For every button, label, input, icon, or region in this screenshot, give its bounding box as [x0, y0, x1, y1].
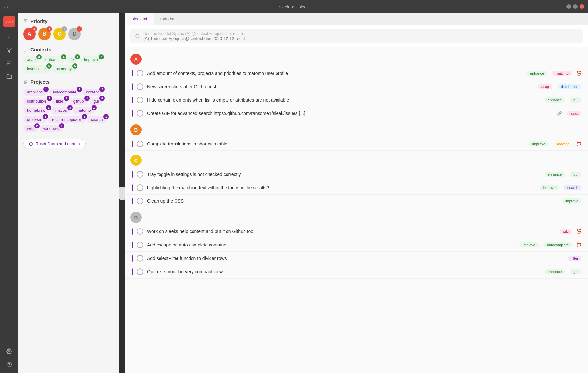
contexts-section-title: Contexts [23, 47, 114, 52]
project-tag-distribution[interactable]: distribution2 [23, 98, 50, 105]
todo-checkbox[interactable] [137, 198, 143, 204]
project-tag-quickwin[interactable]: quickwin3 [23, 116, 46, 123]
left-accent [132, 97, 133, 103]
todo-checkbox[interactable] [137, 242, 143, 248]
todo-text: Add selectFilter function to divider row… [147, 256, 563, 261]
table-row[interactable]: Tray toggle in settings is not checked c… [125, 168, 588, 181]
context-tag-investigate[interactable]: investigate5 [23, 65, 50, 73]
priority-badge-a[interactable]: A4 [23, 28, 36, 40]
project-tag-content[interactable]: content2 [82, 89, 103, 96]
priority-group-d: D Work on sleeks help content and put it… [125, 212, 588, 279]
todo-text: Hide certain elements when list is empty… [147, 97, 539, 103]
project-tag-matomo[interactable]: matomo1 [73, 107, 94, 114]
search-input[interactable] [143, 36, 578, 41]
help-button[interactable] [3, 359, 15, 370]
reset-filters-button[interactable]: Reset filters and search [23, 139, 86, 148]
todo-checkbox[interactable] [137, 184, 143, 191]
tab-todo-txt[interactable]: todo.txt [154, 13, 181, 25]
tag-enhance[interactable]: enhance [527, 71, 547, 76]
left-accent [132, 70, 133, 76]
todo-checkbox[interactable] [137, 110, 143, 117]
tag-enhance[interactable]: enhance [545, 269, 565, 274]
project-tag-archiving[interactable]: archiving1 [23, 89, 47, 96]
project-tag-wiki[interactable]: wiki2 [23, 125, 38, 132]
arrow-left-icon[interactable]: ‹ [4, 4, 5, 9]
table-row[interactable]: Clean up the CSS improve [125, 195, 588, 208]
project-tag-macos[interactable]: macos3 [51, 107, 71, 114]
left-accent [132, 228, 133, 235]
tag-enhance[interactable]: enhance [545, 172, 565, 177]
project-tag-filter[interactable]: filter1 [52, 98, 67, 105]
table-row[interactable]: Work on sleeks help content and put it o… [125, 225, 588, 238]
project-tag-autocomplete[interactable]: autocomplete1 [49, 89, 80, 96]
todo-text: Clean up the CSS [147, 198, 557, 204]
project-tag-recurrencepicker[interactable]: recurrencepicker1 [48, 116, 85, 123]
tag-improve[interactable]: improve [562, 198, 581, 204]
table-row[interactable]: Hide certain elements when list is empty… [125, 93, 588, 107]
project-tag-search[interactable]: search1 [87, 116, 107, 123]
app-logo: sleek [3, 16, 15, 27]
tag-gui[interactable]: gui [570, 97, 581, 103]
project-tag-github[interactable]: github1 [69, 98, 88, 105]
table-row[interactable]: Optimise modal in very compact view enha… [125, 265, 588, 279]
tag-improve[interactable]: improve [519, 242, 539, 247]
external-link-icon[interactable]: 🔗 [557, 111, 562, 116]
tag-gui[interactable]: gui [570, 172, 581, 177]
todo-text: Add amount of contexts, projects and pri… [147, 71, 522, 76]
todo-checkbox[interactable] [137, 70, 143, 76]
priority-badge-c[interactable]: C0 [53, 28, 66, 40]
project-tag-windows[interactable]: windows1 [40, 125, 62, 132]
sort-button[interactable] [3, 58, 15, 69]
minimize-button[interactable] [566, 4, 571, 9]
far-nav: sleek + [0, 13, 18, 373]
priority-badge-d[interactable]: D5 [68, 28, 81, 40]
tag-wiki[interactable]: wiki [560, 229, 572, 234]
arrow-right-icon[interactable]: › [7, 4, 8, 9]
filter-button[interactable] [3, 44, 15, 56]
tag-asap[interactable]: asap [538, 84, 552, 89]
tag-enhance[interactable]: enhance [545, 97, 565, 103]
context-tag-asap[interactable]: asap3 [23, 56, 40, 63]
todo-checkbox[interactable] [137, 268, 143, 275]
context-tag-improve[interactable]: improve7 [80, 56, 102, 63]
table-row[interactable]: Add escape on auto complete container im… [125, 238, 588, 252]
todo-checkbox[interactable] [137, 97, 143, 103]
close-button[interactable] [580, 4, 584, 9]
priority-badge-b[interactable]: B1 [38, 28, 51, 40]
todo-checkbox[interactable] [137, 83, 143, 90]
sidebar-collapse-button[interactable]: ‹ [119, 187, 125, 200]
priority-header-b: B [130, 124, 142, 135]
tag-filter[interactable]: filter [568, 256, 581, 261]
context-tag-someday[interactable]: someday5 [52, 65, 76, 73]
table-row[interactable]: New screenshots after GUI refresh asap d… [125, 80, 588, 93]
table-row[interactable]: Add amount of contexts, projects and pri… [125, 67, 588, 80]
tag-matomo[interactable]: matomo [552, 71, 572, 76]
add-button[interactable]: + [3, 31, 15, 43]
context-tag-fix[interactable]: fix1 [66, 56, 78, 63]
tag-autocomplete[interactable]: autocomplete [544, 242, 572, 247]
tag-distribution[interactable]: distribution [558, 84, 581, 89]
context-tag-enhance[interactable]: enhance4 [42, 56, 64, 63]
maximize-button[interactable] [573, 4, 578, 9]
project-tag-homebrew[interactable]: homebrew1 [23, 107, 49, 114]
search-inner: Use the todo.txt Syntax (A) @context +pr… [130, 29, 583, 43]
tag-search[interactable]: search [564, 185, 581, 190]
project-tag-gui[interactable]: gui8 [90, 98, 103, 105]
table-row[interactable]: highlighting the matching text within th… [125, 181, 588, 195]
tag-content[interactable]: content [554, 141, 572, 146]
tag-gui[interactable]: gui [570, 269, 581, 274]
priority-section-title: Priority [23, 18, 114, 24]
tag-improve[interactable]: improve [529, 141, 548, 146]
folder-button[interactable] [3, 71, 15, 82]
table-row[interactable]: Create GIF for advanced search https://g… [125, 107, 588, 120]
table-row[interactable]: Add selectFilter function to divider row… [125, 252, 588, 265]
tag-improve[interactable]: improve [540, 185, 559, 190]
tab-sleek-txt[interactable]: sleek.txt [125, 13, 154, 25]
todo-checkbox[interactable] [137, 141, 143, 147]
todo-checkbox[interactable] [137, 255, 143, 262]
todo-checkbox[interactable] [137, 171, 143, 178]
table-row[interactable]: Complete translations in shortcuts table… [125, 137, 588, 151]
tag-asap[interactable]: asap [567, 111, 581, 116]
settings-button[interactable] [3, 346, 15, 357]
todo-checkbox[interactable] [137, 228, 143, 235]
